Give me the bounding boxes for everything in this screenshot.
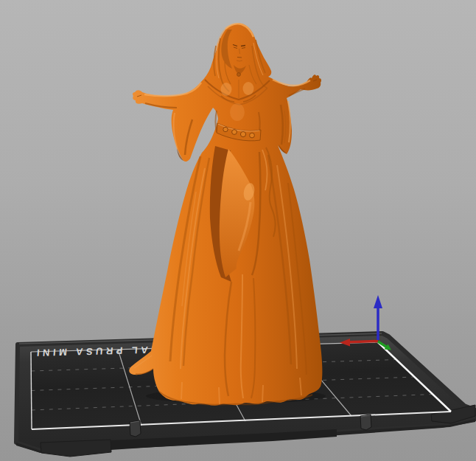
bed-clip-right [360,415,371,430]
scene-svg: ORIGINAL PRUSA MINI [0,0,476,461]
3d-viewport[interactable]: ORIGINAL PRUSA MINI [0,0,476,461]
bed-foot-left [41,440,111,457]
model-figurine[interactable] [129,24,322,406]
bed-clip-left [130,420,141,437]
